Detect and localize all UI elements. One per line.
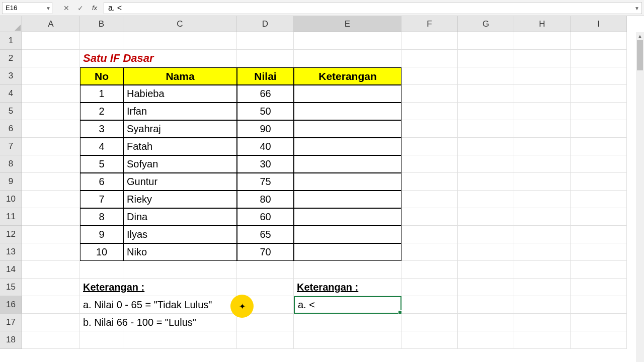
cell[interactable] <box>22 191 80 208</box>
cell[interactable] <box>571 314 627 331</box>
row-header-13[interactable]: 13 <box>0 243 22 261</box>
cell[interactable]: 80 <box>237 191 294 208</box>
cell[interactable]: 7 <box>80 191 123 208</box>
cell[interactable] <box>571 138 627 155</box>
cell[interactable] <box>571 155 627 173</box>
column-headers[interactable]: ABCDEFGHI <box>22 16 627 32</box>
cell[interactable]: No <box>80 67 123 85</box>
row-header-10[interactable]: 10 <box>0 191 22 208</box>
column-header-G[interactable]: G <box>458 16 514 32</box>
cell[interactable] <box>22 279 80 296</box>
cell[interactable]: Habieba <box>123 85 237 103</box>
cell[interactable] <box>294 155 401 173</box>
formula-input[interactable]: a. < ▼ <box>104 2 642 14</box>
cell[interactable] <box>514 243 571 261</box>
cell[interactable] <box>237 331 294 349</box>
cell[interactable] <box>80 261 123 279</box>
cell[interactable] <box>571 296 627 314</box>
cell[interactable] <box>22 226 80 243</box>
cell[interactable]: 6 <box>80 173 123 191</box>
cell[interactable] <box>571 331 627 349</box>
cell[interactable]: 40 <box>237 138 294 155</box>
cell[interactable] <box>458 173 514 191</box>
cell[interactable]: Nilai <box>237 67 294 85</box>
name-box[interactable]: E16 ▼ <box>2 2 52 14</box>
row-header-15[interactable]: 15 <box>0 279 22 296</box>
cell[interactable] <box>514 85 571 103</box>
column-header-E[interactable]: E <box>294 16 401 32</box>
column-header-I[interactable]: I <box>571 16 627 32</box>
cell[interactable] <box>571 103 627 120</box>
cell[interactable]: 2 <box>80 103 123 120</box>
cell[interactable] <box>514 50 571 67</box>
row-header-7[interactable]: 7 <box>0 138 22 155</box>
row-headers[interactable]: 123456789101112131415161718 <box>0 32 22 349</box>
notes-left-a[interactable]: a. Nilai 0 - 65 = "Tidak Lulus" <box>80 296 123 314</box>
cell[interactable] <box>22 138 80 155</box>
column-header-C[interactable]: C <box>123 16 237 32</box>
cell[interactable]: 75 <box>237 173 294 191</box>
cell[interactable] <box>401 138 458 155</box>
cell[interactable]: Dina <box>123 208 237 226</box>
cell[interactable] <box>294 191 401 208</box>
row-header-12[interactable]: 12 <box>0 226 22 243</box>
notes-right-title[interactable]: Keterangan : <box>294 279 401 296</box>
cell[interactable] <box>294 243 401 261</box>
cell[interactable] <box>294 138 401 155</box>
cell[interactable] <box>571 243 627 261</box>
cell[interactable] <box>458 331 514 349</box>
cell[interactable] <box>514 296 571 314</box>
cell[interactable] <box>458 261 514 279</box>
cell[interactable]: Irfan <box>123 103 237 120</box>
cell[interactable] <box>514 208 571 226</box>
cell[interactable]: Rieky <box>123 191 237 208</box>
cell[interactable] <box>22 208 80 226</box>
cell[interactable] <box>571 50 627 67</box>
cell[interactable] <box>294 173 401 191</box>
cell[interactable] <box>401 120 458 138</box>
cell[interactable] <box>458 32 514 50</box>
cell[interactable] <box>294 226 401 243</box>
cell[interactable]: 1 <box>80 85 123 103</box>
cell[interactable] <box>514 155 571 173</box>
cell[interactable]: 50 <box>237 103 294 120</box>
cell[interactable] <box>123 331 237 349</box>
cell[interactable] <box>22 32 80 50</box>
cell[interactable] <box>401 50 458 67</box>
cell[interactable] <box>571 173 627 191</box>
cell[interactable] <box>401 67 458 85</box>
cell[interactable] <box>458 103 514 120</box>
cell[interactable] <box>22 67 80 85</box>
cell[interactable] <box>458 279 514 296</box>
cell[interactable] <box>514 173 571 191</box>
cell[interactable] <box>22 155 80 173</box>
cell[interactable] <box>294 208 401 226</box>
dropdown-icon[interactable]: ▼ <box>46 5 51 11</box>
cell[interactable] <box>294 103 401 120</box>
cell[interactable]: Guntur <box>123 173 237 191</box>
cell[interactable] <box>80 32 123 50</box>
cell[interactable] <box>571 261 627 279</box>
cell[interactable] <box>571 85 627 103</box>
cell[interactable] <box>22 50 80 67</box>
cell[interactable] <box>22 120 80 138</box>
cell[interactable] <box>514 261 571 279</box>
cell[interactable] <box>22 331 80 349</box>
cell[interactable] <box>401 243 458 261</box>
cell[interactable] <box>237 50 294 67</box>
cell[interactable] <box>571 279 627 296</box>
row-header-9[interactable]: 9 <box>0 173 22 191</box>
cell[interactable] <box>571 67 627 85</box>
cell[interactable] <box>22 314 80 331</box>
row-header-1[interactable]: 1 <box>0 32 22 50</box>
cell[interactable] <box>22 261 80 279</box>
cell[interactable] <box>458 243 514 261</box>
cell[interactable]: 10 <box>80 243 123 261</box>
row-header-14[interactable]: 14 <box>0 261 22 279</box>
cell[interactable] <box>514 331 571 349</box>
notes-left-b[interactable]: b. Nilai 66 - 100 = "Lulus" <box>80 314 123 331</box>
cell[interactable]: Keterangan <box>294 67 401 85</box>
cell[interactable] <box>294 261 401 279</box>
cell[interactable] <box>514 226 571 243</box>
cell[interactable] <box>22 173 80 191</box>
